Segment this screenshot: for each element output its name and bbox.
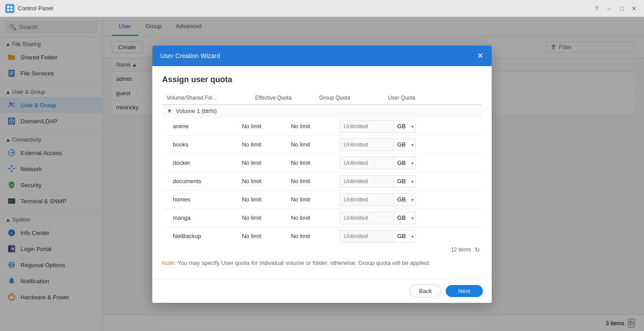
quota-input-field[interactable] <box>340 120 393 133</box>
effective-quota: No limit <box>238 117 286 135</box>
quota-unit-select[interactable]: GB TB MB <box>393 175 416 188</box>
group-quota: No limit <box>286 117 335 135</box>
group-quota: No limit <box>286 172 335 190</box>
app-icon <box>5 4 14 13</box>
quota-unit-select[interactable]: GB TB MB <box>393 138 416 151</box>
modal-overlay: User Creation Wizard ✕ Assign user quota… <box>0 17 644 331</box>
effective-quota: No limit <box>238 190 286 209</box>
group-quota: No limit <box>286 190 335 209</box>
quota-row: manga No limit No limit GB TB MB ▾ <box>162 209 482 227</box>
user-creation-wizard-modal: User Creation Wizard ✕ Assign user quota… <box>152 46 492 303</box>
back-button[interactable]: Back <box>410 285 441 297</box>
title-bar-left: Control Panel <box>5 4 53 13</box>
quota-unit-select[interactable]: GB TB MB <box>393 193 416 206</box>
modal-footer: Back Next <box>152 279 492 303</box>
col-user-quota: User Quota <box>384 92 482 105</box>
effective-quota: No limit <box>238 154 286 172</box>
items-count-row: 12 items ↻ <box>162 243 482 256</box>
quota-row: documents No limit No limit GB TB MB ▾ <box>162 172 482 190</box>
quota-unit-wrapper: GB TB MB ▾ <box>393 120 416 133</box>
folder-name: anime <box>162 117 238 135</box>
user-quota-cell: GB TB MB ▾ <box>335 209 482 227</box>
quota-row: homes No limit No limit GB TB MB ▾ <box>162 190 482 209</box>
modal-section-title: Assign user quota <box>162 75 482 84</box>
modal-close-button[interactable]: ✕ <box>477 52 484 60</box>
quota-row: anime No limit No limit GB TB MB ▾ <box>162 117 482 135</box>
col-group-quota: Group Quota <box>314 92 383 105</box>
folder-name: docker <box>162 154 238 172</box>
user-quota-cell: GB TB MB ▾ <box>335 190 482 209</box>
folder-name: manga <box>162 209 238 227</box>
user-quota-cell: GB TB MB ▾ <box>335 154 482 172</box>
quota-item-count: 12 items <box>451 247 471 253</box>
modal-title: User Creation Wizard <box>160 52 220 59</box>
quota-input-field[interactable] <box>340 193 393 206</box>
note-text: You may specify User quota for individua… <box>177 260 430 266</box>
quota-data-table: ▼ Volume 1 (btrfs) anime No limit No lim… <box>162 105 482 243</box>
next-button[interactable]: Next <box>446 285 483 297</box>
quota-row: NetBackup No limit No limit GB TB MB ▾ <box>162 227 482 243</box>
folder-name: NetBackup <box>162 227 238 243</box>
quota-unit-select[interactable]: GB TB MB <box>393 157 416 169</box>
volume-label: ▼ Volume 1 (btrfs) <box>162 105 482 117</box>
minimize-button[interactable]: – <box>605 4 614 13</box>
user-quota-cell: GB TB MB ▾ <box>335 117 482 135</box>
group-quota: No limit <box>286 135 335 154</box>
svg-rect-3 <box>10 9 13 11</box>
quota-row: books No limit No limit GB TB MB ▾ <box>162 135 482 154</box>
title-bar: Control Panel ? – □ ✕ <box>0 0 644 17</box>
effective-quota: No limit <box>238 172 286 190</box>
window-controls: ? – □ ✕ <box>592 4 639 13</box>
group-quota: No limit <box>286 154 335 172</box>
user-quota-cell: GB TB MB ▾ <box>335 227 482 243</box>
quota-unit-select[interactable]: GB TB MB <box>393 212 416 224</box>
user-quota-cell: GB TB MB ▾ <box>335 172 482 190</box>
svg-rect-0 <box>7 6 9 8</box>
quota-unit-select[interactable]: GB TB MB <box>393 230 416 243</box>
quota-unit-wrapper: GB TB MB ▾ <box>393 157 416 169</box>
folder-name: books <box>162 135 238 154</box>
app-title: Control Panel <box>18 5 53 12</box>
quota-unit-wrapper: GB TB MB ▾ <box>393 138 416 151</box>
quota-input-field[interactable] <box>340 138 393 151</box>
quota-unit-select[interactable]: GB TB MB <box>393 120 416 133</box>
quota-unit-wrapper: GB TB MB ▾ <box>393 212 416 224</box>
svg-rect-2 <box>7 9 9 11</box>
quota-input-field[interactable] <box>340 230 393 243</box>
maximize-button[interactable]: □ <box>617 4 626 13</box>
effective-quota: No limit <box>238 135 286 154</box>
user-quota-cell: GB TB MB ▾ <box>335 135 482 154</box>
quota-unit-wrapper: GB TB MB ▾ <box>393 193 416 206</box>
effective-quota: No limit <box>238 209 286 227</box>
quota-input-field[interactable] <box>340 175 393 188</box>
svg-rect-1 <box>10 6 13 8</box>
quota-table-header: Volume/Shared Fol... Effective Quota Gro… <box>162 92 482 105</box>
volume-header-row: ▼ Volume 1 (btrfs) <box>162 105 482 117</box>
help-button[interactable]: ? <box>592 4 601 13</box>
folder-name: homes <box>162 190 238 209</box>
quota-input-field[interactable] <box>340 212 393 224</box>
quota-row: docker No limit No limit GB TB MB ▾ <box>162 154 482 172</box>
note-label: Note: <box>162 260 176 266</box>
quota-input-field[interactable] <box>340 157 393 169</box>
modal-body: Assign user quota Volume/Shared Fol... E… <box>152 66 492 279</box>
folder-name: documents <box>162 172 238 190</box>
close-button[interactable]: ✕ <box>630 4 639 13</box>
effective-quota: No limit <box>238 227 286 243</box>
col-effective-quota: Effective Quota <box>251 92 314 105</box>
modal-note: Note: You may specify User quota for ind… <box>162 256 482 270</box>
quota-unit-wrapper: GB TB MB ▾ <box>393 175 416 188</box>
quota-refresh-button[interactable]: ↻ <box>475 246 480 253</box>
group-quota: No limit <box>286 209 335 227</box>
quota-scroll-area[interactable]: ▼ Volume 1 (btrfs) anime No limit No lim… <box>162 105 482 243</box>
group-quota: No limit <box>286 227 335 243</box>
quota-unit-wrapper: GB TB MB ▾ <box>393 230 416 243</box>
modal-header: User Creation Wizard ✕ <box>152 46 492 66</box>
col-volume-folder: Volume/Shared Fol... <box>162 92 251 105</box>
